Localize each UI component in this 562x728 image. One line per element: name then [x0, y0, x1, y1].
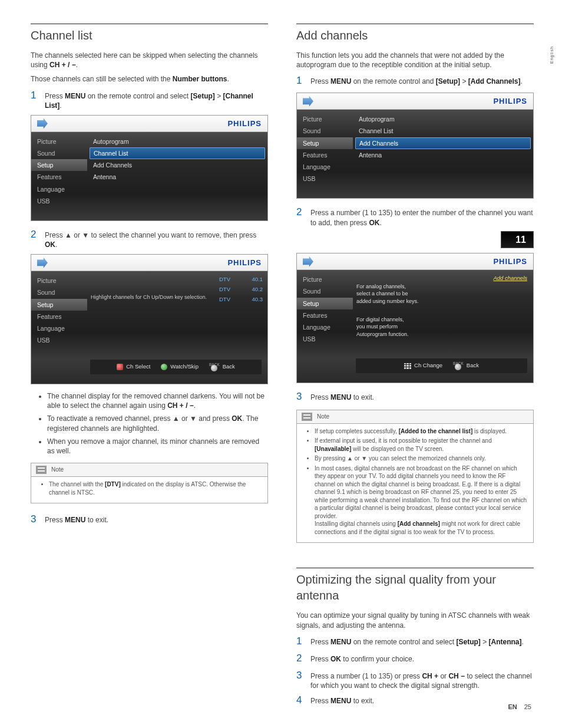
- osd-channel-rows: DTV40.1 DTV40.2 DTV40.3: [214, 271, 267, 356]
- channel-entry-display: 11: [296, 231, 534, 249]
- intro-2: Those channels can still be selected wit…: [31, 74, 268, 84]
- note-item: If setup completes successfully, [Added …: [315, 427, 527, 436]
- bullet-list: The channel display for the removed chan…: [31, 391, 268, 456]
- step-3-left: 3 Press MENU to exit.: [31, 513, 268, 526]
- note-icon: [302, 413, 312, 421]
- osd-footer-hints: Ch Change BACKBack: [356, 358, 527, 373]
- optimize-intro: You can optimize your signal quality by …: [296, 611, 534, 630]
- red-button-icon: [117, 364, 123, 370]
- opt-step-4: 4 Press MENU to exit.: [296, 694, 534, 707]
- back-button-icon: [455, 364, 461, 370]
- note-box-left: Note The channel with the [DTV] indicate…: [31, 463, 268, 503]
- opt-step-1: 1 Press MENU on the remote control and s…: [296, 635, 534, 648]
- osd-hint-text: Highlight channels for Ch Up/Down key se…: [91, 294, 211, 301]
- add-intro: This function lets you add the channels …: [296, 51, 534, 70]
- opt-step-2: 2 Press OK to confirm your choice.: [296, 652, 534, 666]
- opt-step-3: 3 Press a number (1 to 135) or press CH …: [296, 669, 534, 690]
- step-1: 1 Press MENU on the remote control and s…: [31, 89, 268, 110]
- osd-channel-select: PHILIPS Picture Sound Setup Features Lan…: [31, 254, 268, 384]
- heading-channel-list: Channel list: [31, 24, 268, 44]
- osd-add-channels-label: Add channels: [482, 274, 531, 284]
- osd-add-channels-entry: PHILIPS Picture Sound Setup Features Lan…: [296, 253, 534, 383]
- back-button-icon: [211, 365, 217, 371]
- add-step-3: 3 Press MENU to exit.: [296, 390, 534, 404]
- left-column: Channel list The channels selected here …: [31, 24, 268, 711]
- note-item: If external input is used, it is not pos…: [315, 437, 527, 453]
- note-item: In most cases, digital channels are not …: [315, 465, 527, 536]
- brand-logo: PHILIPS: [493, 96, 527, 107]
- language-tab: English: [549, 46, 554, 64]
- osd-side-menu: Picture Sound Setup Features Language US…: [31, 132, 87, 220]
- page-footer: EN 25: [508, 703, 531, 711]
- arrow-icon: [37, 258, 48, 268]
- osd-footer-hints: Ch Select Watch/Skip BACKBack: [90, 360, 262, 374]
- arrow-icon: [37, 118, 48, 129]
- osd-add-channels-menu: PHILIPS Picture Sound Setup Features Lan…: [296, 93, 534, 199]
- add-step-2: 2 Press a number (1 to 135) to enter the…: [296, 206, 534, 227]
- intro-1: The channels selected here can be skippe…: [31, 51, 268, 70]
- heading-add-channels: Add channels: [296, 24, 534, 44]
- arrow-icon: [303, 96, 313, 107]
- arrow-icon: [303, 256, 313, 267]
- step-2: 2 Press ▲ or ▼ to select the channel you…: [31, 228, 268, 249]
- add-step-1: 1 Press MENU on the remote control and […: [296, 74, 534, 88]
- note-item: By pressing ▲ or ▼ you can select the me…: [315, 454, 527, 463]
- note-box-right: Note If setup completes successfully, [A…: [296, 410, 534, 543]
- heading-optimize: Optimizing the signal quality from your …: [296, 568, 534, 604]
- numpad-icon: [404, 363, 411, 369]
- brand-logo: PHILIPS: [227, 258, 262, 268]
- right-column: Add channels This function lets you add …: [296, 24, 534, 711]
- brand-logo: PHILIPS: [493, 256, 527, 267]
- brand-logo: PHILIPS: [227, 118, 262, 129]
- osd-hint-digital: For digital channels, you must perform A…: [356, 316, 477, 337]
- osd-hint-analog: For analog channels, select a channel to…: [356, 283, 477, 304]
- osd-channel-list-menu: PHILIPS Picture Sound Setup Features Lan…: [31, 115, 268, 221]
- note-icon: [36, 466, 47, 474]
- osd-sub-menu: Autoprogram Channel List Add Channels An…: [87, 132, 267, 220]
- ok-button-icon: [161, 364, 167, 370]
